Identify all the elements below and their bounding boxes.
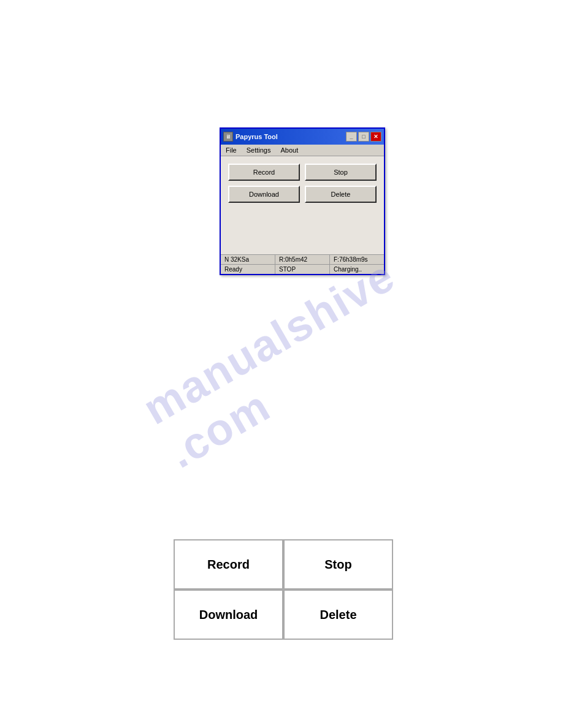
small-download-button[interactable]: Download (228, 186, 300, 203)
large-download-button[interactable]: Download (174, 590, 283, 640)
large-record-button[interactable]: Record (174, 539, 283, 590)
large-button-grid: Record Stop Download Delete (174, 539, 393, 640)
watermark: manualshive.com (135, 250, 429, 477)
menu-about[interactable]: About (278, 146, 301, 154)
small-button-grid: Record Stop Download Delete (228, 164, 377, 203)
menu-bar: File Settings About (221, 145, 384, 156)
large-buttons-container: Record Stop Download Delete (174, 539, 393, 640)
small-delete-button[interactable]: Delete (305, 186, 377, 203)
status-stop: STOP (275, 265, 330, 274)
status-samples: N 32KSa (221, 255, 275, 264)
window-titlebar: 🖥 Papyrus Tool _ □ ✕ (221, 129, 384, 145)
menu-settings[interactable]: Settings (244, 146, 274, 154)
window-icon: 🖥 (223, 132, 233, 142)
small-stop-button[interactable]: Stop (305, 164, 377, 181)
minimize-button[interactable]: _ (346, 132, 357, 142)
status-bar-1: N 32KSa R:0h5m42 F:76h38m9s (221, 254, 384, 264)
small-record-button[interactable]: Record (228, 164, 300, 181)
status-charging: Charging.. (330, 265, 384, 274)
large-stop-button[interactable]: Stop (283, 539, 393, 590)
app-window: 🖥 Papyrus Tool _ □ ✕ File Settings About… (220, 127, 385, 275)
window-title: Papyrus Tool (236, 133, 343, 140)
status-free-time: F:76h38m9s (330, 255, 384, 264)
status-record-time: R:0h5m42 (275, 255, 330, 264)
close-button[interactable]: ✕ (370, 132, 381, 142)
window-body: Record Stop Download Delete (221, 156, 384, 254)
menu-file[interactable]: File (223, 146, 239, 154)
window-controls: _ □ ✕ (346, 132, 381, 142)
maximize-button[interactable]: □ (358, 132, 369, 142)
large-delete-button[interactable]: Delete (283, 590, 393, 640)
papyrus-window: 🖥 Papyrus Tool _ □ ✕ File Settings About… (220, 127, 385, 275)
status-bar-2: Ready STOP Charging.. (221, 264, 384, 274)
status-ready: Ready (221, 265, 275, 274)
